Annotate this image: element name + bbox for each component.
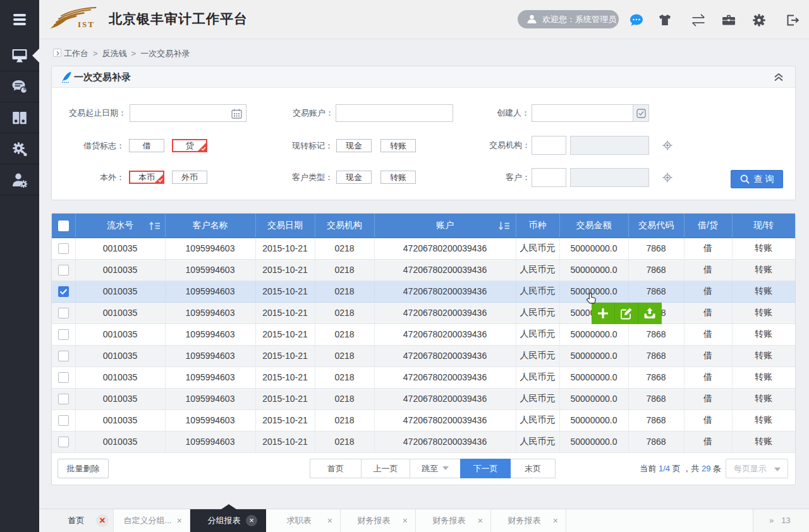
- svg-text:IST: IST: [78, 20, 95, 29]
